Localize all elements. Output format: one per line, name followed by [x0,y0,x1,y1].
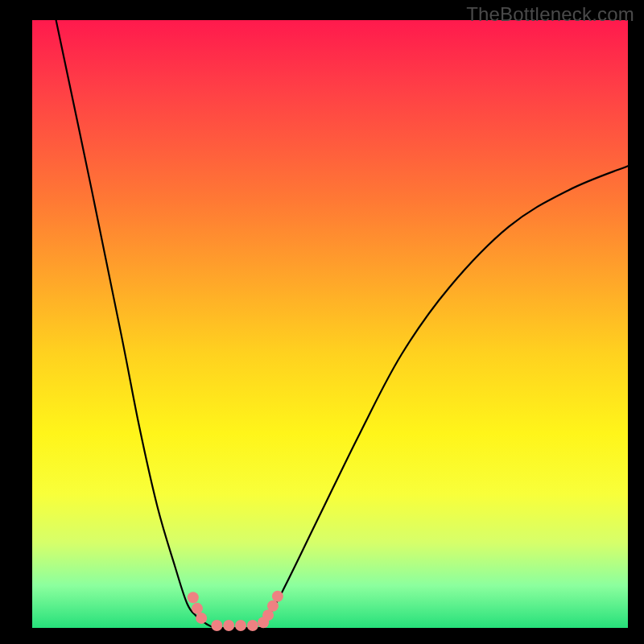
threshold-marker [223,620,234,631]
bottleneck-line [56,20,628,631]
threshold-marker [267,601,279,612]
threshold-marker [188,592,199,603]
chart-frame: TheBottleneck.com [0,0,644,644]
threshold-marker [192,603,203,614]
threshold-marker [272,591,283,602]
threshold-marker [211,620,222,631]
threshold-marker [235,620,246,631]
watermark-text: TheBottleneck.com [466,3,634,26]
bottleneck-curve [32,20,628,628]
plot-area [32,20,628,628]
threshold-marker [247,620,258,631]
threshold-marker [196,613,207,624]
